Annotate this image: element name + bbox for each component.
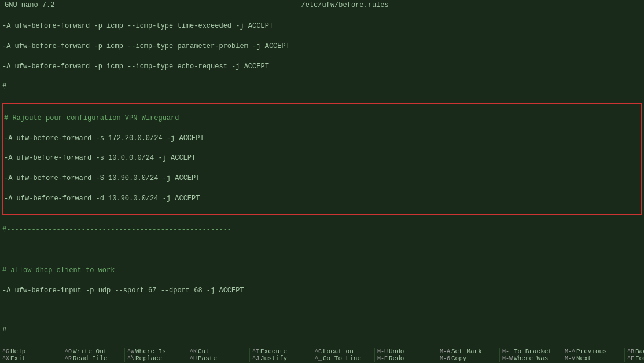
shortcut-key-symbol: ^_ (315, 355, 322, 362)
shortcut-label: Exit (10, 355, 25, 362)
editor-area[interactable]: -A ufw-before-forward -p icmp --icmp-typ… (0, 10, 644, 347)
shortcut-label: Paste (198, 355, 217, 362)
shortcut-key-symbol: M-A (440, 349, 450, 355)
shortcut-label: Execute (260, 348, 287, 355)
shortcut-location: ^C Location ^_ Go To Line (312, 348, 375, 362)
shortcut-label: Where Is (135, 348, 166, 355)
line: -A ufw-before-forward -s 172.20.0.0/24 -… (4, 134, 640, 144)
shortcut-label: Location (323, 348, 354, 355)
line: # (2, 82, 642, 92)
shortcut-label: Previous (576, 348, 607, 355)
shortcut-label: Back (635, 348, 644, 355)
shortcut-key-symbol: M-U (377, 349, 388, 355)
shortcut-label: To Bracket (514, 348, 552, 355)
line (2, 245, 642, 255)
shortcut-key-symbol: ^\ (127, 355, 134, 362)
shortcut-key-symbol: M-^ (565, 349, 575, 355)
shortcut-label: Copy (451, 355, 466, 362)
shortcut-execute: ^T Execute ^J Justify (250, 348, 312, 362)
shortcut-key-symbol: ^C (315, 349, 322, 355)
line: -A ufw-before-forward -d 10.90.0.0/24 -j… (4, 194, 640, 204)
line: -A ufw-before-forward -p icmp --icmp-typ… (2, 62, 642, 72)
shortcut-label: Set Mark (451, 348, 482, 355)
shortcut-key-symbol: ^J (252, 355, 259, 362)
shortcut-label: Write Out (73, 348, 107, 355)
shortcut-key-symbol: ^O (65, 349, 72, 355)
shortcut-write: ^O Write Out ^R Read File (62, 348, 125, 362)
line-comment: # allow dhcp client to work (2, 266, 642, 276)
line: -A ufw-before-forward -s 10.0.0.0/24 -j … (4, 153, 640, 163)
line: #---------------------------------------… (2, 225, 642, 235)
title-right (635, 1, 639, 9)
shortcut-label: Read File (73, 355, 107, 362)
shortcut-key-symbol: ^F (627, 355, 634, 362)
shortcut-bracket: M-] To Bracket M-W Where Was (500, 348, 562, 362)
line-comment: # Rajouté pour configuration VPN Wiregua… (4, 113, 640, 123)
shortcut-key-symbol: ^K (190, 349, 197, 355)
shortcut-key-symbol: ^G (2, 349, 9, 355)
shortcut-label: Replace (135, 355, 162, 362)
shortcut-key-symbol: M-E (377, 355, 388, 362)
shortcut-where: ^W Where Is ^\ Replace (125, 348, 187, 362)
title-bar: GNU nano 7.2 /etc/ufw/before.rules (0, 0, 644, 10)
line: -A ufw-before-forward -p icmp --icmp-typ… (2, 42, 642, 52)
line: -A ufw-before-input -p udp --sport 67 --… (2, 286, 642, 296)
shortcut-mark: M-A Set Mark M-6 Copy (437, 348, 500, 362)
line: -A ufw-before-forward -p icmp --icmp-typ… (2, 21, 642, 31)
line (2, 306, 642, 316)
shortcut-help: ^G Help ^X Exit (0, 348, 62, 362)
shortcut-label: Go To Line (323, 355, 361, 362)
shortcut-key-symbol: ^R (65, 355, 72, 362)
shortcut-cut: ^K Cut ^U Paste (187, 348, 250, 362)
shortcut-bar: ^G Help ^X Exit ^O Write Out ^R Read Fil… (0, 347, 644, 363)
file-path: /etc/ufw/before.rules (301, 1, 388, 9)
shortcut-label: Next (576, 355, 591, 362)
shortcut-label: Forward (635, 355, 644, 362)
shortcut-label: Help (10, 348, 25, 355)
line: # (2, 326, 642, 336)
shortcut-key-symbol: M-] (502, 349, 513, 355)
shortcut-key-symbol: M-6 (440, 355, 450, 362)
shortcut-undo: M-U Undo M-E Redo (375, 348, 437, 362)
shortcut-prev: M-^ Previous M-V Next (562, 348, 625, 362)
shortcut-label: Redo (389, 355, 404, 362)
vpn-section: # Rajouté pour configuration VPN Wiregua… (2, 103, 642, 215)
shortcut-key-symbol: ^X (2, 355, 9, 362)
shortcut-key-symbol: ^W (127, 349, 134, 355)
line: -A ufw-before-forward -S 10.90.0.0/24 -j… (4, 174, 640, 184)
shortcut-back: ^B Back ^F Forward (625, 348, 644, 362)
shortcut-key-symbol: ^U (190, 355, 197, 362)
shortcut-label: Cut (198, 348, 209, 355)
shortcut-key-symbol: ^B (627, 349, 634, 355)
shortcut-key-symbol: M-V (565, 355, 575, 362)
shortcut-label: Where Was (514, 355, 548, 362)
shortcut-key-symbol: ^T (252, 349, 259, 355)
app-title: GNU nano 7.2 (5, 1, 54, 9)
shortcut-label: Justify (260, 355, 287, 362)
shortcut-label: Undo (389, 348, 404, 355)
shortcut-key-symbol: M-W (502, 355, 513, 362)
